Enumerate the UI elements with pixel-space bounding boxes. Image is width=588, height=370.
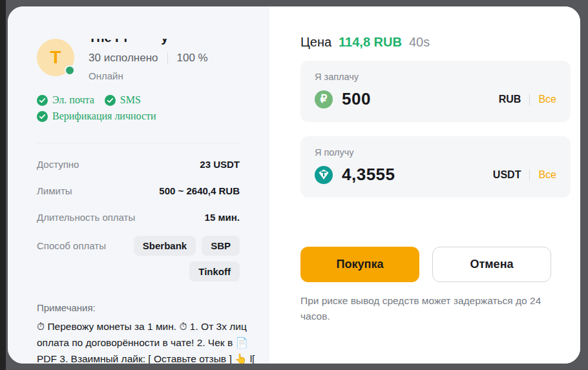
seller-info: The Pr y 30 исполнено 100 % Онлайн — [89, 39, 208, 81]
seller-profile: T The Pr y 30 исполнено 100 % Онлайн — [37, 39, 240, 81]
price-value: 114,8 RUB — [339, 35, 402, 50]
online-status-dot — [65, 65, 75, 76]
badge-label: Эл. почта — [52, 94, 94, 106]
section-divider — [37, 143, 240, 143]
badge-label: SMS — [120, 94, 141, 106]
payment-chip-sbp: SBP — [202, 236, 240, 256]
notes-section: Примечания: ⏱ Перевожу монеты за 1 мин. … — [37, 302, 240, 364]
row-label: Доступно — [37, 159, 79, 170]
receive-label: Я получу — [315, 147, 556, 158]
row-label: Способ оплаты — [37, 240, 106, 251]
row-available: Доступно 23 USDT — [37, 159, 240, 170]
price-label: Цена — [300, 35, 331, 50]
pay-label: Я заплачу — [315, 72, 556, 82]
cancel-button[interactable]: Отмена — [432, 247, 551, 282]
receive-right-controls: USDT Все — [493, 169, 556, 181]
notes-body: ⏱ Перевожу монеты за 1 мин. ⏱ 1. От 3х л… — [37, 318, 260, 364]
row-payment-duration: Длительность оплаты 15 мин. — [37, 212, 240, 223]
buy-button[interactable]: Покупка — [300, 247, 419, 282]
order-panel: Цена 114,8 RUB 40s Я заплачу ₽ 500 RUB В… — [269, 6, 580, 364]
badge-email: Эл. почта — [37, 94, 94, 106]
payment-chip-sberbank: Sberbank — [134, 236, 196, 256]
check-circle-icon — [105, 95, 116, 106]
receive-amount-card: Я получу 4,3555 USDT Все — [300, 136, 571, 198]
row-payment-methods: Способ оплаты Sberbank SBP Tinkoff — [37, 236, 240, 282]
row-label: Лимиты — [37, 185, 72, 196]
row-value: 15 мин. — [205, 212, 240, 223]
risk-warning-text: При риске вывод средств может задержатьс… — [300, 293, 562, 324]
pay-amount-row: ₽ 500 RUB Все — [315, 89, 556, 109]
seller-avatar[interactable]: T — [37, 39, 74, 76]
row-value: 23 USDT — [200, 159, 240, 170]
notes-title: Примечания: — [37, 302, 240, 313]
row-label: Длительность оплаты — [37, 212, 135, 223]
row-value: 500 ~ 2640,4 RUB — [159, 185, 240, 196]
payment-method-chips: Sberbank SBP Tinkoff — [113, 236, 240, 282]
action-buttons: Покупка Отмена — [300, 247, 571, 282]
vertical-divider — [529, 169, 530, 181]
pay-amount-input[interactable]: 500 — [342, 89, 371, 109]
pay-currency-code: RUB — [499, 94, 521, 105]
receive-amount-row: 4,3555 USDT Все — [315, 165, 556, 185]
check-circle-icon — [37, 111, 48, 122]
usdt-icon — [315, 166, 333, 184]
vertical-divider — [529, 94, 530, 105]
receive-currency-code: USDT — [493, 169, 521, 181]
price-refresh-timer: 40s — [409, 35, 430, 50]
payment-chip-tinkoff: Tinkoff — [189, 262, 240, 282]
pay-right-controls: RUB Все — [499, 94, 556, 105]
p2p-order-modal: T The Pr y 30 исполнено 100 % Онлайн — [8, 6, 580, 364]
badge-label: Верификация личности — [52, 110, 156, 122]
row-limits: Лимиты 500 ~ 2640,4 RUB — [37, 185, 240, 196]
seller-panel: T The Pr y 30 исполнено 100 % Онлайн — [8, 6, 269, 364]
seller-stats: 30 исполнено 100 % — [89, 52, 208, 65]
price-row: Цена 114,8 RUB 40s — [300, 35, 571, 50]
ruble-icon: ₽ — [315, 90, 333, 108]
pay-amount-card: Я заплачу ₽ 500 RUB Все — [300, 61, 571, 122]
verification-badges: Эл. почта SMS Верификация личности — [37, 94, 240, 122]
pay-all-button[interactable]: Все — [538, 94, 556, 105]
online-status-label: Онлайн — [89, 70, 208, 81]
orders-count: 30 исполнено — [89, 52, 158, 65]
badge-sms: SMS — [105, 94, 141, 106]
seller-username: The Pr y — [89, 39, 208, 46]
receive-all-button[interactable]: Все — [538, 169, 556, 181]
completion-rate: 100 % — [177, 52, 208, 65]
stats-divider — [167, 52, 168, 64]
receive-amount-input[interactable]: 4,3555 — [342, 165, 395, 185]
check-circle-icon — [37, 95, 48, 106]
badge-identity: Верификация личности — [37, 110, 156, 122]
